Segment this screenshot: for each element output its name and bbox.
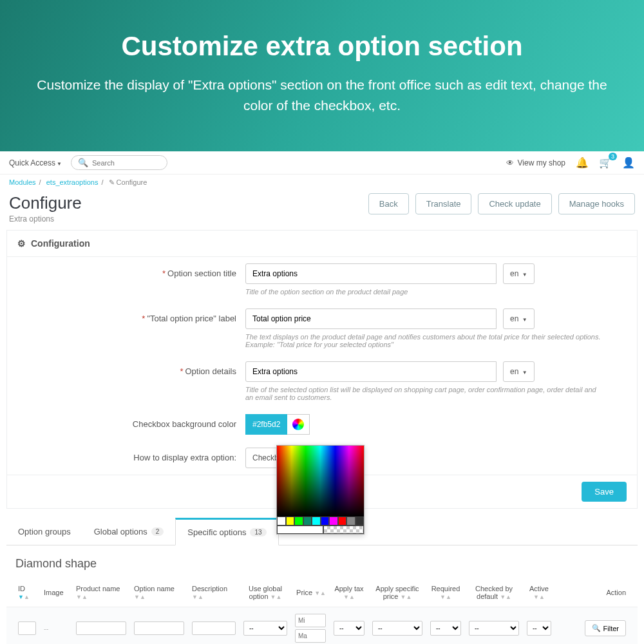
options-table: ID ▼▲ Image Product name ▼▲ Option name … — [6, 578, 638, 644]
help-text: Title of the selected option list will b… — [245, 386, 606, 401]
filter-required[interactable]: -- — [430, 621, 461, 636]
option-details-input[interactable] — [245, 361, 497, 382]
color-value-input[interactable]: #2fb5d2 — [245, 414, 287, 435]
total-option-price-input[interactable] — [245, 308, 497, 329]
page-title: Configure — [9, 193, 82, 213]
tab-specific-options[interactable]: Specific options13 — [175, 518, 278, 545]
color-picker-button[interactable] — [287, 414, 310, 435]
hero-title: Customize extra option section — [26, 31, 618, 62]
filter-use-global[interactable]: -- — [243, 621, 287, 636]
swatch-cyan[interactable] — [312, 516, 321, 526]
panel-header: ⚙ Configuration — [7, 231, 637, 257]
filter-checked-default[interactable]: -- — [469, 621, 519, 636]
lang-selector[interactable]: en ▼ — [503, 308, 535, 329]
filter-id[interactable] — [18, 621, 36, 635]
badge-count: 2 — [151, 527, 164, 536]
tab-global-options[interactable]: Global options2 — [82, 518, 176, 545]
profile-icon[interactable]: 👤 — [622, 156, 635, 169]
sort-icon[interactable]: ▼ — [18, 594, 24, 600]
back-button[interactable]: Back — [368, 193, 409, 214]
breadcrumb: Modules/ ets_extraoptions/ ✎ Configure — [0, 175, 644, 191]
filter-active[interactable]: -- — [527, 621, 551, 636]
breadcrumb-l3: Configure — [117, 178, 147, 186]
search-icon: 🔍 — [78, 158, 88, 167]
cart-badge: 3 — [609, 153, 617, 160]
save-button[interactable]: Save — [582, 482, 627, 502]
search-input[interactable] — [92, 159, 160, 167]
hero-subtitle: Customize the display of "Extra options"… — [26, 75, 618, 115]
swatch-custom[interactable] — [277, 526, 323, 535]
hero-banner: Customize extra option section Customize… — [0, 0, 644, 151]
swatch-yellow[interactable] — [286, 516, 295, 526]
filter-button[interactable]: 🔍Filter — [585, 620, 626, 636]
tab-option-groups[interactable]: Option groups — [6, 518, 82, 545]
rainbow-icon — [292, 419, 304, 430]
breadcrumb-l2[interactable]: ets_extraoptions — [46, 178, 99, 186]
page-header: Configure Extra options Back Translate C… — [0, 191, 644, 230]
section-title: Diamond shape — [0, 545, 644, 578]
swatch-red[interactable] — [338, 516, 347, 526]
filter-row: -- -- -- -- -- -- -- 🔍Filter — [6, 607, 638, 644]
filter-price-min[interactable] — [295, 614, 326, 627]
checkbox-bg-label: Checkbox background color — [133, 419, 236, 429]
filter-product-name[interactable] — [76, 621, 126, 635]
search-wrapper: 🔍 — [71, 155, 167, 170]
lang-selector[interactable]: en ▼ — [503, 361, 535, 382]
filter-price-max[interactable] — [295, 629, 326, 643]
swatch-transparent[interactable] — [323, 526, 364, 535]
swatch-teal[interactable] — [303, 516, 312, 526]
filter-description[interactable] — [192, 621, 236, 635]
swatch-green[interactable] — [294, 516, 303, 526]
configuration-panel: ⚙ Configuration *Option section title en… — [6, 230, 638, 509]
check-update-button[interactable]: Check update — [478, 193, 551, 214]
view-shop-link[interactable]: 👁 View my shop — [506, 158, 565, 167]
manage-hooks-button[interactable]: Manage hooks — [558, 193, 635, 214]
swatch-gray[interactable] — [346, 516, 355, 526]
help-text: The text displays on the product detail … — [245, 333, 606, 348]
topbar: Quick Access▼ 🔍 👁 View my shop 🔔 🛒3 👤 — [0, 151, 644, 175]
gear-icon: ⚙ — [17, 238, 26, 249]
help-text: Title of the option section on the produ… — [245, 288, 606, 296]
swatch-row — [277, 516, 364, 526]
total-option-price-label: "Total option price" label — [147, 314, 236, 323]
filter-option-name[interactable] — [134, 621, 184, 635]
page-subtitle: Extra options — [9, 214, 82, 223]
cart-icon[interactable]: 🛒3 — [599, 156, 612, 169]
swatch-blue[interactable] — [321, 516, 330, 526]
option-section-title-label: Option section title — [167, 269, 236, 278]
option-section-title-input[interactable] — [245, 263, 497, 284]
lang-selector[interactable]: en ▼ — [503, 263, 535, 284]
notifications-icon[interactable]: 🔔 — [576, 156, 589, 169]
badge-count: 13 — [250, 528, 266, 536]
color-gradient-area[interactable] — [277, 446, 364, 516]
display-how-label: How to display extra option: — [133, 453, 236, 462]
swatch-magenta[interactable] — [329, 516, 338, 526]
eye-icon: 👁 — [506, 158, 514, 167]
chevron-down-icon: ▼ — [57, 161, 62, 167]
translate-button[interactable]: Translate — [415, 193, 472, 214]
option-details-label: Option details — [185, 366, 237, 376]
filter-apply-tax[interactable]: -- — [334, 621, 365, 636]
breadcrumb-l1[interactable]: Modules — [9, 178, 36, 186]
filter-apply-specific[interactable]: -- — [372, 621, 422, 636]
swatch-white[interactable] — [277, 516, 286, 526]
swatch-dark[interactable] — [355, 516, 365, 526]
color-picker-popup[interactable] — [276, 445, 365, 535]
quick-access-menu[interactable]: Quick Access▼ — [9, 158, 62, 167]
search-icon: 🔍 — [592, 624, 601, 632]
